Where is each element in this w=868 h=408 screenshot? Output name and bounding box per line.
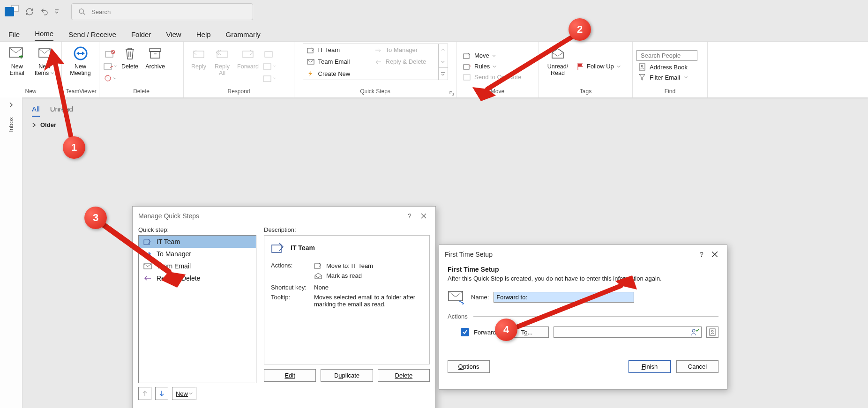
quickstep-reply-delete[interactable]: Reply & Delete [371, 56, 438, 67]
archive-button[interactable]: Archive [142, 44, 168, 72]
search-placeholder: Search [91, 8, 111, 15]
older-group-header[interactable]: Older [32, 121, 859, 128]
filter-email-button[interactable]: Filter Email [636, 73, 697, 82]
tab-help[interactable]: Help [196, 28, 211, 41]
options-button[interactable]: Options [448, 360, 490, 373]
chevron-right-icon [8, 102, 14, 108]
im-icon [263, 62, 273, 70]
search-icon [78, 8, 86, 15]
group-label-find: Find [636, 88, 703, 96]
inbox-label: Inbox [7, 117, 15, 132]
reply-all-icon [215, 48, 229, 59]
junk-icon [104, 74, 113, 82]
annotation-arrow-4 [513, 272, 644, 333]
new-quickstep-button[interactable]: New [172, 387, 196, 400]
chevron-down-icon [441, 60, 445, 64]
tab-view[interactable]: View [166, 28, 181, 41]
help-button[interactable]: ? [403, 210, 417, 222]
quickstep-it-team[interactable]: IT Team [303, 44, 371, 56]
svg-rect-14 [263, 64, 271, 69]
svg-point-22 [641, 65, 643, 67]
cancel-button[interactable]: Cancel [676, 360, 718, 373]
im-reply-button[interactable] [262, 60, 277, 72]
description-box: IT Team Actions: Move to: IT Team Mark a… [264, 235, 430, 364]
svg-rect-25 [272, 245, 281, 252]
forward-button[interactable]: Forward [234, 44, 262, 72]
quickstep-create-new[interactable]: Create New [303, 68, 371, 80]
ribbon-tabs: File Home Send / Receive Folder View Hel… [0, 23, 868, 41]
chevron-down-icon [273, 77, 276, 80]
help-button[interactable]: ? [695, 249, 708, 260]
svg-rect-12 [243, 51, 253, 58]
close-button[interactable] [708, 249, 721, 260]
tab-file[interactable]: File [8, 28, 20, 41]
quickstep-scroll-down[interactable] [439, 56, 448, 68]
undo-button[interactable] [37, 5, 52, 19]
folder-pane-minimized[interactable]: Inbox [0, 97, 22, 408]
annotation-badge-1: 1 [63, 136, 85, 159]
qat-customize-button[interactable] [52, 5, 61, 19]
edit-button[interactable]: Edit [264, 369, 316, 382]
search-box[interactable]: Search [71, 3, 253, 20]
address-book-button[interactable]: Address Book [636, 63, 697, 71]
tab-grammarly[interactable]: Grammarly [226, 28, 261, 41]
chevron-down-icon [114, 65, 117, 67]
new-email-button[interactable]: New Email [4, 44, 30, 79]
svg-marker-33 [161, 272, 186, 288]
tab-send-receive[interactable]: Send / Receive [68, 28, 116, 41]
close-button[interactable] [417, 210, 431, 222]
refresh-button[interactable] [22, 5, 37, 19]
annotation-badge-2: 2 [569, 18, 591, 41]
quickstep-scroll-up[interactable] [439, 44, 448, 56]
meeting-reply-button[interactable] [262, 48, 277, 59]
tab-folder[interactable]: Folder [131, 28, 151, 41]
annotation-badge-3: 3 [84, 207, 107, 229]
junk-button[interactable] [103, 73, 117, 84]
quickstep-expand[interactable] [439, 68, 448, 80]
group-label-quicksteps: Quick Steps [298, 88, 452, 96]
svg-point-0 [79, 9, 83, 13]
svg-rect-26 [314, 264, 320, 268]
svg-rect-4 [105, 52, 113, 57]
finish-button[interactable]: Finish [629, 360, 671, 373]
address-book-picker[interactable] [706, 326, 718, 338]
chevron-down-icon [189, 392, 193, 395]
envelope-open-icon [314, 273, 322, 279]
forward-checkbox[interactable] [461, 328, 469, 336]
quick-steps-gallery[interactable]: IT Team Team Email Create New To Manager… [303, 44, 448, 80]
annotation-arrow-1 [42, 45, 80, 148]
cleanup-icon [104, 62, 114, 70]
close-icon [421, 213, 427, 219]
outlook-icon [5, 5, 18, 18]
duplicate-button[interactable]: Duplicate [321, 369, 373, 382]
delete-button[interactable]: Delete [118, 44, 142, 72]
move-down-button[interactable] [155, 387, 168, 400]
reply-icon [192, 48, 206, 59]
move-folder-icon [307, 47, 314, 53]
reply-all-button[interactable]: Reply All [211, 44, 233, 79]
annotation-badge-4: 4 [495, 319, 517, 341]
filter-all[interactable]: All [32, 105, 40, 117]
more-respond-button[interactable] [262, 73, 277, 84]
expand-icon [441, 72, 445, 76]
search-people-input[interactable] [636, 50, 697, 61]
cleanup-button[interactable] [103, 60, 117, 72]
funnel-icon [638, 74, 646, 81]
chevron-down-icon [684, 75, 688, 79]
svg-rect-10 [194, 51, 204, 58]
svg-rect-15 [263, 76, 271, 82]
check-icon [462, 329, 468, 335]
quickstep-to-manager[interactable]: To Manager [371, 44, 438, 56]
ignore-button[interactable] [103, 48, 117, 59]
message-list-header: All Unread Older [22, 97, 868, 136]
quicksteps-dialog-launcher[interactable] [449, 90, 455, 96]
reply-button[interactable]: Reply [187, 44, 210, 72]
address-book-icon [638, 63, 646, 71]
move-up-button[interactable] [138, 387, 151, 400]
name-label: Name: [471, 294, 489, 301]
tab-home[interactable]: Home [35, 27, 53, 41]
forward-icon [241, 48, 255, 59]
delete-quickstep-button[interactable]: Delete [378, 369, 430, 382]
forward-arrow-icon [374, 47, 382, 53]
quickstep-team-email[interactable]: Team Email [303, 56, 371, 67]
